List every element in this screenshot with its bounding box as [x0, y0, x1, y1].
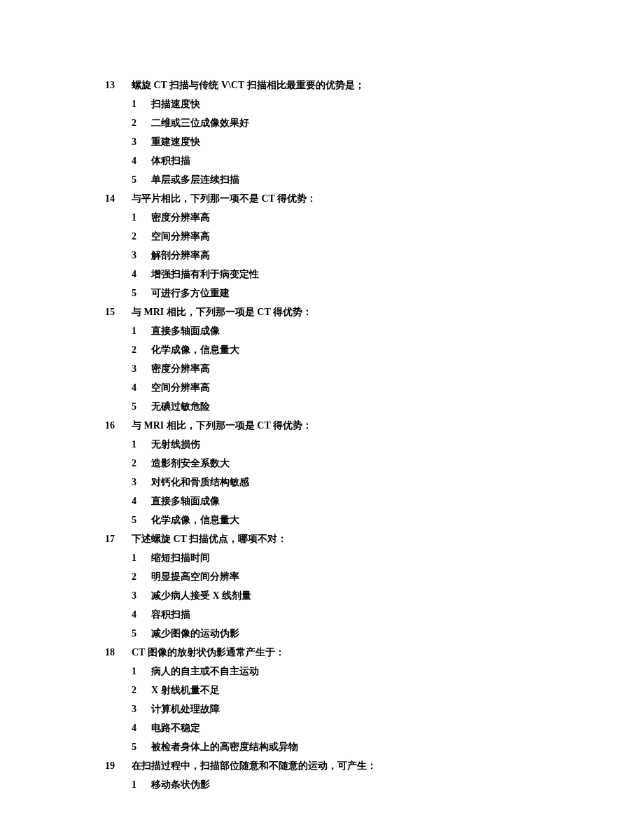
- option-5: 5单层或多层连续扫描: [105, 175, 644, 185]
- option-text: 单层或多层连续扫描: [151, 175, 239, 185]
- option-number: 3: [132, 704, 151, 714]
- option-number: 2: [132, 232, 151, 242]
- option-text: X 射线机量不足: [151, 686, 220, 695]
- question-text: 与 MRI 相比，下列那一项是 CT 得优势：: [132, 307, 312, 317]
- option-2: 2明显提高空间分辨率: [105, 572, 644, 582]
- option-2: 2化学成像，信息量大: [105, 345, 644, 355]
- option-text: 化学成像，信息量大: [151, 515, 239, 525]
- option-number: 3: [132, 137, 151, 147]
- option-text: 二维或三位成像效果好: [151, 118, 249, 128]
- option-number: 4: [132, 723, 151, 733]
- option-4: 4电路不稳定: [105, 723, 644, 733]
- option-text: 空间分辨率高: [151, 232, 210, 242]
- option-text: 密度分辨率高: [151, 213, 210, 223]
- option-5: 5被检者身体上的高密度结构或异物: [105, 742, 644, 752]
- option-5: 5化学成像，信息量大: [105, 515, 644, 525]
- option-number: 2: [132, 345, 151, 355]
- option-3: 3减少病人接受 X 线剂量: [105, 591, 644, 601]
- option-number: 2: [132, 686, 151, 695]
- option-number: 5: [132, 402, 151, 412]
- option-number: 3: [132, 251, 151, 260]
- option-text: 明显提高空间分辨率: [151, 572, 239, 582]
- option-number: 2: [132, 118, 151, 128]
- option-text: 直接多轴面成像: [151, 326, 220, 336]
- document-content: 13螺旋 CT 扫描与传统 V\CT 扫描相比最重要的优势是；1扫描速度快2二维…: [105, 81, 644, 790]
- option-2: 2空间分辨率高: [105, 232, 644, 242]
- question-text: 螺旋 CT 扫描与传统 V\CT 扫描相比最重要的优势是；: [132, 81, 365, 90]
- option-1: 1密度分辨率高: [105, 213, 644, 223]
- option-text: 直接多轴面成像: [151, 496, 220, 506]
- option-text: 对钙化和骨质结构敏感: [151, 478, 249, 487]
- question-header: 16与 MRI 相比，下列那一项是 CT 得优势：: [105, 421, 644, 431]
- option-4: 4体积扫描: [105, 156, 644, 166]
- option-number: 5: [132, 515, 151, 525]
- option-1: 1扫描速度快: [105, 99, 644, 109]
- option-1: 1直接多轴面成像: [105, 326, 644, 336]
- option-number: 1: [132, 440, 151, 450]
- option-4: 4增强扫描有利于病变定性: [105, 270, 644, 279]
- option-1: 1无射线损伤: [105, 440, 644, 450]
- option-number: 1: [132, 99, 151, 109]
- option-text: 体积扫描: [151, 156, 190, 166]
- option-number: 1: [132, 553, 151, 563]
- option-5: 5可进行多方位重建: [105, 289, 644, 298]
- option-3: 3解剖分辨率高: [105, 251, 644, 260]
- option-text: 被检者身体上的高密度结构或异物: [151, 742, 298, 752]
- question-header: 15与 MRI 相比，下列那一项是 CT 得优势：: [105, 307, 644, 317]
- question-text: 与平片相比，下列那一项不是 CT 得优势：: [132, 194, 316, 204]
- option-number: 1: [132, 780, 151, 790]
- option-3: 3重建速度快: [105, 137, 644, 147]
- option-text: 无射线损伤: [151, 440, 200, 450]
- option-text: 空间分辨率高: [151, 383, 210, 393]
- option-text: 减少病人接受 X 线剂量: [151, 591, 251, 601]
- option-number: 4: [132, 610, 151, 620]
- question-header: 17下述螺旋 CT 扫描优点，哪项不对：: [105, 534, 644, 544]
- question-header: 14与平片相比，下列那一项不是 CT 得优势：: [105, 194, 644, 204]
- option-number: 3: [132, 478, 151, 487]
- option-text: 病人的自主或不自主运动: [151, 667, 259, 676]
- question-header: 19在扫描过程中，扫描部位随意和不随意的运动，可产生：: [105, 761, 644, 771]
- option-number: 4: [132, 496, 151, 506]
- option-number: 1: [132, 213, 151, 223]
- option-text: 容积扫描: [151, 610, 190, 620]
- option-number: 3: [132, 591, 151, 601]
- option-text: 增强扫描有利于病变定性: [151, 270, 259, 279]
- option-5: 5减少图像的运动伪影: [105, 629, 644, 639]
- question-number: 14: [105, 194, 132, 204]
- option-number: 5: [132, 175, 151, 185]
- option-4: 4直接多轴面成像: [105, 496, 644, 506]
- question-number: 19: [105, 761, 132, 771]
- option-number: 1: [132, 667, 151, 676]
- option-4: 4空间分辨率高: [105, 383, 644, 393]
- question-number: 15: [105, 307, 132, 317]
- option-number: 1: [132, 326, 151, 336]
- question-16: 16与 MRI 相比，下列那一项是 CT 得优势：1无射线损伤2造影剂安全系数大…: [105, 421, 644, 525]
- option-3: 3密度分辨率高: [105, 364, 644, 374]
- question-17: 17下述螺旋 CT 扫描优点，哪项不对：1缩短扫描时间2明显提高空间分辨率3减少…: [105, 534, 644, 639]
- question-number: 13: [105, 81, 132, 90]
- option-number: 2: [132, 459, 151, 468]
- option-number: 4: [132, 270, 151, 279]
- option-text: 减少图像的运动伪影: [151, 629, 239, 639]
- option-number: 4: [132, 156, 151, 166]
- question-13: 13螺旋 CT 扫描与传统 V\CT 扫描相比最重要的优势是；1扫描速度快2二维…: [105, 81, 644, 185]
- question-text: CT 图像的放射状伪影通常产生于：: [132, 648, 285, 658]
- question-19: 19在扫描过程中，扫描部位随意和不随意的运动，可产生：1移动条状伪影: [105, 761, 644, 790]
- option-number: 5: [132, 629, 151, 639]
- question-number: 16: [105, 421, 132, 431]
- option-text: 解剖分辨率高: [151, 251, 210, 260]
- option-text: 密度分辨率高: [151, 364, 210, 374]
- option-5: 5无碘过敏危险: [105, 402, 644, 412]
- option-number: 3: [132, 364, 151, 374]
- question-text: 在扫描过程中，扫描部位随意和不随意的运动，可产生：: [132, 761, 377, 771]
- option-number: 5: [132, 742, 151, 752]
- option-text: 重建速度快: [151, 137, 200, 147]
- question-number: 17: [105, 534, 132, 544]
- option-text: 移动条状伪影: [151, 780, 210, 790]
- question-header: 18CT 图像的放射状伪影通常产生于：: [105, 648, 644, 658]
- option-1: 1病人的自主或不自主运动: [105, 667, 644, 676]
- option-text: 计算机处理故障: [151, 704, 220, 714]
- question-text: 与 MRI 相比，下列那一项是 CT 得优势：: [132, 421, 312, 431]
- option-2: 2造影剂安全系数大: [105, 459, 644, 468]
- option-text: 可进行多方位重建: [151, 289, 230, 298]
